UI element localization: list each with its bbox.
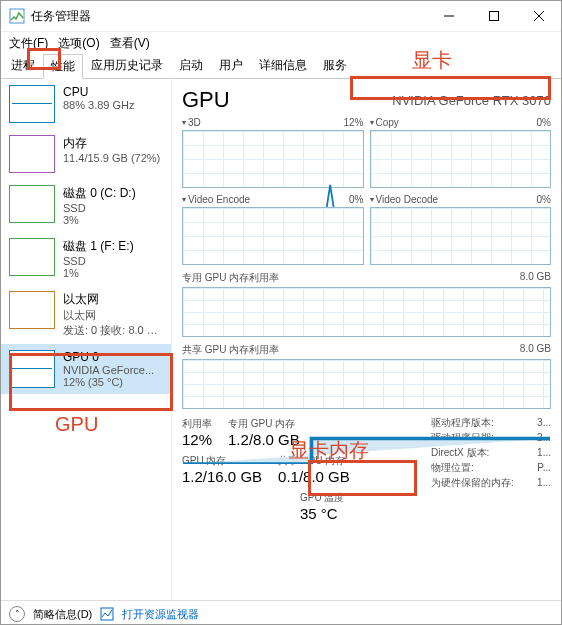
chevron-down-icon: ▾: [370, 195, 374, 204]
main-panel: GPU NVIDIA GeForce RTX 3070 ▾3D 12% ▾Co: [172, 79, 561, 600]
minimize-icon: [444, 11, 454, 21]
sidebar-sub: NVIDIA GeForce...: [63, 364, 154, 376]
stat-shared: 0.1/8.0 GB: [278, 468, 350, 485]
graph-pct: 12%: [343, 117, 363, 128]
sidebar-sub: 1%: [63, 267, 134, 279]
menubar: 文件(F) 选项(O) 查看(V): [1, 32, 561, 54]
fewer-details-button[interactable]: ˄: [9, 606, 25, 622]
titlebar: 任务管理器: [1, 1, 561, 32]
content: CPU 88% 3.89 GHz 内存 11.4/15.9 GB (72%) 磁…: [1, 79, 561, 600]
menu-view[interactable]: 查看(V): [106, 33, 154, 54]
sidebar-label: CPU: [63, 85, 135, 99]
gpu-name: NVIDIA GeForce RTX 3070: [392, 93, 551, 108]
graph-pct: 0%: [537, 194, 551, 205]
graph-label: Video Decode: [376, 194, 439, 205]
window-title: 任务管理器: [31, 8, 426, 25]
tab-performance[interactable]: 性能: [43, 54, 83, 79]
tab-startup[interactable]: 启动: [171, 53, 211, 78]
maximize-icon: [489, 11, 499, 21]
graph-dedicated-max: 8.0 GB: [520, 271, 551, 285]
sidebar-sub: 以太网: [63, 308, 163, 323]
detail-val: 1...: [537, 475, 551, 490]
detail-label: 为硬件保留的内存:: [431, 475, 514, 490]
disk-thumb: [9, 238, 55, 276]
sidebar-sub: 发送: 0 接收: 8.0 Kbps: [63, 323, 163, 338]
brief-info-label[interactable]: 简略信息(D): [33, 607, 92, 622]
graph-vdec-dropdown[interactable]: ▾Video Decode: [370, 194, 439, 205]
graph-video-decode[interactable]: [370, 207, 552, 265]
svg-rect-2: [489, 12, 498, 21]
footer: ˄ 简略信息(D) 打开资源监视器: [1, 600, 561, 625]
sidebar-sub: SSD: [63, 202, 136, 214]
svg-rect-5: [101, 608, 113, 620]
minimize-button[interactable]: [426, 1, 471, 31]
sidebar-item-gpu0[interactable]: GPU 0 NVIDIA GeForce... 12% (35 °C): [1, 344, 171, 394]
cpu-thumb: [9, 85, 55, 123]
graph-label: 3D: [188, 117, 201, 128]
close-icon: [534, 11, 544, 21]
close-button[interactable]: [516, 1, 561, 31]
sidebar-item-disk0[interactable]: 磁盘 0 (C: D:) SSD 3%: [1, 179, 171, 232]
sidebar-item-ethernet[interactable]: 以太网 以太网 发送: 0 接收: 8.0 Kbps: [1, 285, 171, 344]
graph-3d-dropdown[interactable]: ▾3D: [182, 117, 201, 128]
sidebar-sub: 3%: [63, 214, 136, 226]
task-manager-window: 任务管理器 文件(F) 选项(O) 查看(V) 进程 性能 应用历史记录 启动 …: [0, 0, 562, 625]
menu-options[interactable]: 选项(O): [54, 33, 103, 54]
sidebar-label: 以太网: [63, 291, 163, 308]
maximize-button[interactable]: [471, 1, 516, 31]
graph-label: Copy: [376, 117, 399, 128]
tab-processes[interactable]: 进程: [3, 53, 43, 78]
sidebar-label: 磁盘 1 (F: E:): [63, 238, 134, 255]
open-resmon-link[interactable]: 打开资源监视器: [122, 607, 199, 622]
stat-temp-label: GPU 温度: [300, 491, 344, 505]
tab-users[interactable]: 用户: [211, 53, 251, 78]
graph-3d[interactable]: [182, 130, 364, 188]
sidebar-item-memory[interactable]: 内存 11.4/15.9 GB (72%): [1, 129, 171, 179]
main-header: GPU NVIDIA GeForce RTX 3070: [182, 87, 551, 113]
graphs-row-1: ▾3D 12% ▾Copy 0%: [182, 117, 551, 188]
tab-services[interactable]: 服务: [315, 53, 355, 78]
graph-shared-memory[interactable]: [182, 359, 551, 409]
sidebar-sub: SSD: [63, 255, 134, 267]
chevron-up-icon: ˄: [15, 609, 20, 619]
graph-copy[interactable]: [370, 130, 552, 188]
menu-file[interactable]: 文件(F): [5, 33, 52, 54]
graph-dedicated-label: 专用 GPU 内存利用率: [182, 271, 279, 285]
memory-thumb: [9, 135, 55, 173]
graph-video-encode[interactable]: [182, 207, 364, 265]
sidebar-label: 磁盘 0 (C: D:): [63, 185, 136, 202]
stat-gpumem: 1.2/16.0 GB: [182, 468, 262, 485]
resmon-icon: [100, 607, 114, 621]
ethernet-thumb: [9, 291, 55, 329]
tab-app-history[interactable]: 应用历史记录: [83, 53, 171, 78]
sidebar-label: GPU 0: [63, 350, 154, 364]
gpu-thumb: [9, 350, 55, 388]
graph-dedicated-memory[interactable]: [182, 287, 551, 337]
window-buttons: [426, 1, 561, 31]
graph-pct: 0%: [537, 117, 551, 128]
disk-thumb: [9, 185, 55, 223]
sidebar-sub: 12% (35 °C): [63, 376, 154, 388]
sidebar-item-cpu[interactable]: CPU 88% 3.89 GHz: [1, 79, 171, 129]
chevron-down-icon: ▾: [370, 118, 374, 127]
sidebar-item-disk1[interactable]: 磁盘 1 (F: E:) SSD 1%: [1, 232, 171, 285]
tab-details[interactable]: 详细信息: [251, 53, 315, 78]
stat-temp: 35 °C: [300, 505, 344, 522]
sidebar-sub: 88% 3.89 GHz: [63, 99, 135, 111]
tabbar: 进程 性能 应用历史记录 启动 用户 详细信息 服务: [1, 54, 561, 79]
graph-copy-dropdown[interactable]: ▾Copy: [370, 117, 399, 128]
sidebar: CPU 88% 3.89 GHz 内存 11.4/15.9 GB (72%) 磁…: [1, 79, 172, 600]
sidebar-label: 内存: [63, 135, 160, 152]
page-title: GPU: [182, 87, 230, 113]
chevron-down-icon: ▾: [182, 118, 186, 127]
task-manager-icon: [9, 8, 25, 24]
sidebar-sub: 11.4/15.9 GB (72%): [63, 152, 160, 164]
